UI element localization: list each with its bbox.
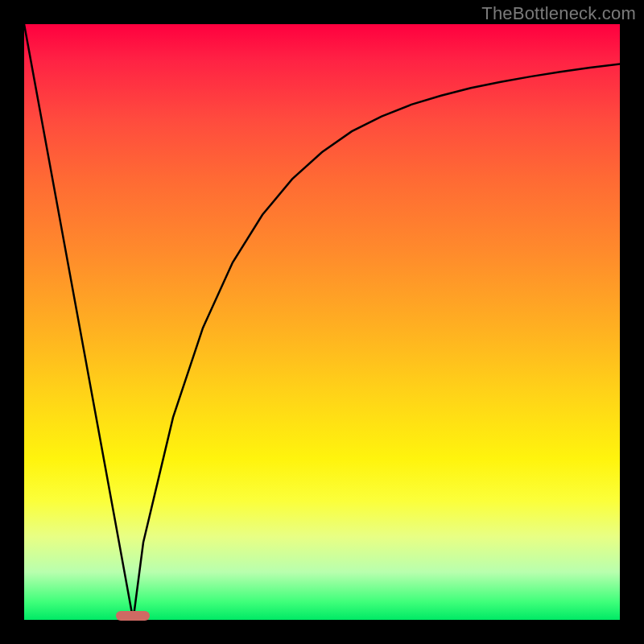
chart-frame: TheBottleneck.com: [0, 0, 644, 644]
bottleneck-marker: [116, 611, 150, 621]
watermark-text: TheBottleneck.com: [481, 3, 636, 24]
left-line: [24, 24, 133, 620]
plot-area: [24, 24, 620, 620]
curve-layer: [24, 24, 620, 620]
right-curve: [133, 64, 620, 620]
